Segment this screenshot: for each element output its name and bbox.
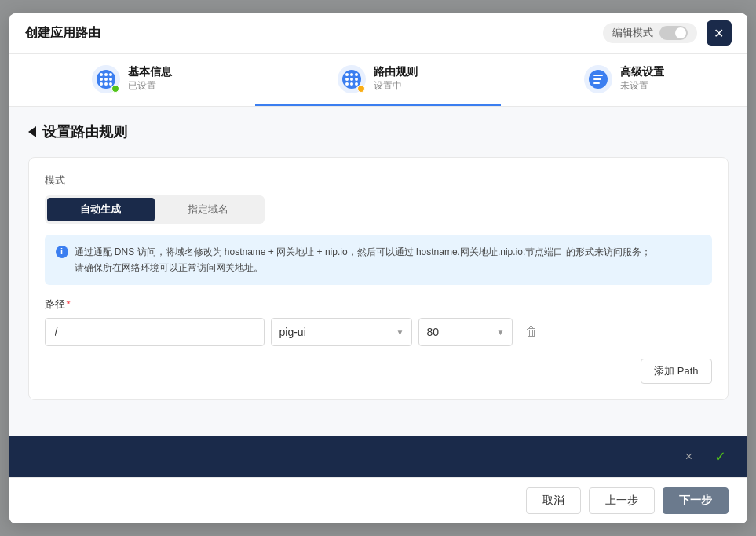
next-button[interactable]: 下一步	[663, 487, 729, 514]
info-box: i 通过通配 DNS 访问，将域名修改为 hostname + 网关地址 + n…	[45, 235, 712, 286]
required-indicator: *	[67, 298, 71, 310]
modal-container: 创建应用路由 编辑模式 ✕	[9, 13, 747, 523]
step2-sub: 设置中	[374, 79, 418, 93]
step2-name: 路由规则	[374, 65, 418, 79]
port-select-wrapper: 80 443 8080 9999 ▼	[418, 318, 513, 346]
main-card: 模式 自动生成 指定域名 i 通过通配 DNS 访问，将域名修改为 hostna…	[28, 157, 729, 401]
step2-badge	[357, 85, 365, 93]
modal-header: 创建应用路由 编辑模式 ✕	[9, 13, 747, 54]
modal-close-button[interactable]: ✕	[707, 20, 732, 46]
info-line2: 请确保所在网络环境可以正常访问网关地址。	[75, 262, 263, 273]
section-title-text: 设置路由规则	[42, 122, 127, 141]
step-basic-info[interactable]: 基本信息 已设置	[9, 54, 255, 106]
bottom-bar: × ✓	[9, 436, 747, 477]
modal-title: 创建应用路由	[25, 25, 100, 42]
step2-icon	[338, 65, 366, 93]
step1-sub: 已设置	[128, 79, 172, 93]
mode-tabs: 自动生成 指定域名	[45, 195, 265, 224]
edit-mode-toggle[interactable]: 编辑模式	[603, 23, 697, 43]
bottom-close-button[interactable]: ×	[678, 446, 700, 468]
section-title: 设置路由规则	[28, 122, 729, 141]
close-icon: ✕	[714, 26, 724, 41]
delete-path-button[interactable]: 🗑	[519, 319, 544, 345]
cancel-button[interactable]: 取消	[526, 487, 581, 514]
edit-mode-label: 编辑模式	[612, 26, 653, 40]
tab-custom[interactable]: 指定域名	[155, 198, 262, 221]
add-path-area: 添加 Path	[45, 359, 712, 384]
mode-label: 模式	[45, 173, 712, 188]
bottom-close-icon: ×	[685, 450, 692, 464]
step1-name: 基本信息	[128, 65, 172, 79]
add-path-button[interactable]: 添加 Path	[641, 359, 711, 384]
path-row: pig-ui pig-gateway pig-auth ▼ 80 443 808…	[45, 318, 712, 346]
step-routing-rules[interactable]: 路由规则 设置中	[255, 54, 501, 106]
service-select-wrapper: pig-ui pig-gateway pig-auth ▼	[271, 318, 412, 346]
steps-bar: 基本信息 已设置 路由规则	[9, 54, 747, 107]
tab-auto[interactable]: 自动生成	[47, 198, 155, 221]
back-arrow-icon[interactable]	[28, 126, 36, 137]
modal-overlay: 创建应用路由 编辑模式 ✕	[0, 0, 756, 536]
modal-footer: 取消 上一步 下一步	[9, 477, 747, 523]
info-icon: i	[56, 246, 68, 258]
bottom-check-button[interactable]: ✓	[710, 446, 732, 468]
bottom-check-icon: ✓	[714, 448, 726, 465]
prev-button[interactable]: 上一步	[589, 487, 655, 514]
step3-icon	[584, 65, 612, 93]
info-text: 通过通配 DNS 访问，将域名修改为 hostname + 网关地址 + nip…	[75, 244, 651, 276]
step-advanced-settings[interactable]: 高级设置 未设置	[501, 54, 747, 106]
toggle-switch[interactable]	[659, 26, 688, 40]
header-right: 编辑模式 ✕	[603, 20, 732, 46]
delete-icon: 🗑	[525, 325, 538, 339]
info-line1: 通过通配 DNS 访问，将域名修改为 hostname + 网关地址 + nip…	[75, 246, 651, 257]
path-field-label: 路径*	[45, 297, 712, 312]
port-select[interactable]: 80 443 8080 9999	[418, 318, 513, 346]
step1-icon	[92, 65, 120, 93]
modal-content: 设置路由规则 模式 自动生成 指定域名 i 通过通配 DNS 访问，将域名修改为…	[9, 107, 747, 436]
step3-name: 高级设置	[620, 65, 664, 79]
service-select[interactable]: pig-ui pig-gateway pig-auth	[271, 318, 412, 346]
step3-sub: 未设置	[620, 79, 664, 93]
path-input[interactable]	[45, 318, 265, 346]
step1-badge	[111, 85, 119, 93]
